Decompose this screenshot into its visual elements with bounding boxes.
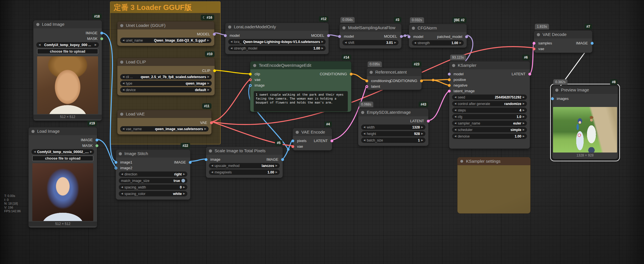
increment-arrow-icon[interactable]: ▶ <box>276 169 277 175</box>
widget-pill[interactable]: ◀cli ...qwen_2.5_vl_7b_fp8_scaled.safete… <box>120 74 212 80</box>
widget-pill[interactable]: ◀ComfyUI_temp_kvpxy_000 ...▶ <box>36 42 99 48</box>
output-port-mask[interactable] <box>100 37 103 40</box>
node-vae-decode-7[interactable]: 1.815s#7VAE DecodesamplesvaeIMAGE <box>534 30 592 53</box>
wire-junction-dot[interactable] <box>404 35 406 37</box>
widget-spacing-color[interactable]: ◀spacing_colorwhite▶ <box>119 191 187 196</box>
output-port-model[interactable] <box>327 34 330 37</box>
node-header[interactable]: ReferenceLatent <box>367 68 421 76</box>
node-collapse-dot[interactable] <box>296 131 299 134</box>
widget-pill[interactable]: ◀upscale_methodlanczos▶ <box>209 163 280 168</box>
widget-batch-size[interactable]: ◀batch_size1▶ <box>361 138 425 143</box>
node-unet-loader-gguf-16[interactable]: ☾ #16Unet Loader (GGUF)MODEL◀unet_nameQw… <box>117 21 215 46</box>
output-port-latent[interactable] <box>331 139 333 142</box>
widget-pill[interactable]: ◀spacing_width0▶ <box>119 184 187 190</box>
node-ksampler-6[interactable]: 93.115s#6KSamplermodelpositivenegativela… <box>449 61 530 149</box>
node-header[interactable]: KSampler <box>449 61 530 69</box>
decrement-arrow-icon[interactable]: ◀ <box>122 74 124 80</box>
output-port-clip[interactable] <box>213 69 216 72</box>
increment-arrow-icon[interactable]: ▶ <box>207 87 209 93</box>
input-port-positive[interactable] <box>448 78 451 81</box>
node-collapse-dot[interactable] <box>342 26 346 29</box>
node-loraloadermodelonly-12[interactable]: #12LoraLoaderModelOnlymodelMODEL◀lora_ .… <box>225 23 329 54</box>
toggle-dot-icon[interactable] <box>181 179 185 183</box>
increment-arrow-icon[interactable]: ▶ <box>523 121 525 126</box>
node-header[interactable]: Load Image <box>33 20 102 28</box>
widget-pill[interactable]: ◀shift3.01▶ <box>342 40 399 45</box>
increment-arrow-icon[interactable]: ▶ <box>523 95 525 100</box>
widget-pill[interactable]: ◀typeqwen_image▶ <box>120 81 212 86</box>
decrement-arrow-icon[interactable]: ◀ <box>454 101 456 106</box>
node-collapse-dot[interactable] <box>412 27 415 30</box>
increment-arrow-icon[interactable]: ▶ <box>523 114 525 119</box>
node-collapse-dot[interactable] <box>120 24 123 27</box>
node-header[interactable]: VAE Encode <box>293 128 332 136</box>
output-port-patched-model[interactable] <box>465 35 468 38</box>
node-referencelatent-23[interactable]: 0.035s#23ReferenceLatentconditioninglate… <box>367 68 422 90</box>
node-collapse-dot[interactable] <box>120 61 123 64</box>
widget-height[interactable]: ◀height928▶ <box>361 131 425 136</box>
widget-pill[interactable]: ◀lora_ ...Qwen-Image-Lightning-4steps-V1… <box>228 39 326 44</box>
node-header[interactable]: LoraLoaderModelOnly <box>225 23 329 31</box>
widget-pill[interactable]: ◀cfg1.0▶ <box>452 114 527 119</box>
input-port-vae[interactable] <box>249 78 252 81</box>
input-port-latent[interactable] <box>365 85 368 88</box>
widget-unet-name[interactable]: ◀unet_nameQwen_Image_Edit-Q3_K_S.gguf▶ <box>120 38 211 43</box>
upload-button[interactable]: choose file to upload <box>32 156 93 161</box>
increment-arrow-icon[interactable]: ▶ <box>523 134 525 139</box>
increment-arrow-icon[interactable]: ▶ <box>183 171 185 177</box>
decrement-arrow-icon[interactable]: ◀ <box>211 163 213 168</box>
output-port-mask[interactable] <box>96 144 98 147</box>
decrement-arrow-icon[interactable]: ◀ <box>454 134 456 139</box>
widget-pill[interactable]: ◀directionright▶ <box>119 171 187 177</box>
decrement-arrow-icon[interactable]: ◀ <box>230 39 232 44</box>
output-port-image[interactable] <box>189 161 192 164</box>
increment-arrow-icon[interactable]: ▶ <box>276 163 277 168</box>
decrement-arrow-icon[interactable]: ◀ <box>34 149 36 154</box>
widget-match-image-size[interactable]: match_image_sizetrue <box>119 178 187 183</box>
node-header[interactable]: EmptySD3LatentImage <box>358 108 428 116</box>
widget-shift[interactable]: ◀shift3.01▶ <box>342 40 399 45</box>
node-load-vae-11[interactable]: #11Load VAEVAE◀vae_nameqwen_image_vae.sa… <box>117 110 212 135</box>
output-port-latent[interactable] <box>427 120 430 123</box>
node-scale-image-to-total-pixels-5[interactable]: #5Scale Image to Total PixelsimageIMAGE◀… <box>206 147 283 178</box>
widget-upscale-method[interactable]: ◀upscale_methodlanczos▶ <box>209 163 280 168</box>
node-load-image-19[interactable]: #19Load ImageIMAGEMASK◀ComfyUI_temp_nzoi… <box>28 127 97 228</box>
decrement-arrow-icon[interactable]: ◀ <box>363 131 365 136</box>
node-header[interactable]: ModelSamplingAuraFlow <box>340 24 401 32</box>
input-port-negative[interactable] <box>448 84 451 87</box>
increment-arrow-icon[interactable]: ▶ <box>421 125 423 130</box>
node-collapse-dot[interactable] <box>537 33 540 36</box>
widget-cfg[interactable]: ◀cfg1.0▶ <box>452 114 527 119</box>
output-port-image[interactable] <box>591 42 594 45</box>
upload-button[interactable]: choose file to upload <box>37 49 98 54</box>
node-header[interactable]: Image Stitch <box>116 150 190 158</box>
node-header[interactable]: Unet Loader (GGUF) <box>117 22 214 29</box>
increment-arrow-icon[interactable]: ▶ <box>523 127 525 132</box>
increment-arrow-icon[interactable]: ▶ <box>459 40 461 46</box>
node-header[interactable]: Preview Image <box>552 86 618 94</box>
node-collapse-dot[interactable] <box>555 89 558 92</box>
widget-pill[interactable]: ◀schedulersimple▶ <box>452 127 527 132</box>
decrement-arrow-icon[interactable]: ◀ <box>230 46 232 51</box>
decrement-arrow-icon[interactable]: ◀ <box>454 95 456 100</box>
increment-arrow-icon[interactable]: ▶ <box>421 131 423 136</box>
widget-sampler-name[interactable]: ◀sampler_nameeuler▶ <box>452 121 527 126</box>
output-port-conditioning[interactable] <box>350 73 353 76</box>
increment-arrow-icon[interactable]: ▶ <box>207 74 209 80</box>
node-header[interactable]: Load Image <box>29 127 97 135</box>
output-port-model[interactable] <box>400 35 403 38</box>
output-port-vae[interactable] <box>210 121 213 124</box>
increment-arrow-icon[interactable]: ▶ <box>183 184 185 190</box>
widget-pill[interactable]: ◀batch_size1▶ <box>361 138 425 143</box>
decrement-arrow-icon[interactable]: ◀ <box>363 125 365 130</box>
widget-width[interactable]: ◀width1328▶ <box>361 125 425 130</box>
node-collapse-dot[interactable] <box>253 64 256 67</box>
increment-arrow-icon[interactable]: ▶ <box>523 101 525 106</box>
decrement-arrow-icon[interactable]: ◀ <box>454 121 456 126</box>
node-header[interactable]: CFGNorm <box>409 24 467 32</box>
increment-arrow-icon[interactable]: ▶ <box>204 126 206 132</box>
output-port-latent[interactable] <box>528 73 531 76</box>
widget-pill[interactable]: ◀sampler_nameeuler▶ <box>452 121 527 126</box>
widget-pill[interactable]: ◀spacing_colorwhite▶ <box>119 191 187 196</box>
widget-scheduler[interactable]: ◀schedulersimple▶ <box>452 127 527 132</box>
